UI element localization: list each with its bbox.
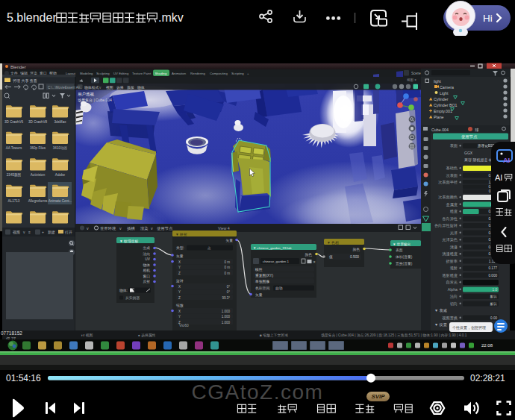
svg-text:Activision: Activision bbox=[31, 173, 46, 177]
svg-text:0 m: 0 m bbox=[224, 266, 230, 269]
svg-text:AI: AI bbox=[503, 157, 510, 164]
svg-text:■ 缩放上下文区域: ■ 缩放上下文区域 bbox=[260, 333, 288, 338]
svg-text:3dsMax: 3dsMax bbox=[54, 120, 66, 124]
svg-text:X: X bbox=[178, 310, 181, 313]
svg-text:Hi: Hi bbox=[483, 13, 493, 24]
svg-text:Shading: Shading bbox=[155, 72, 167, 75]
svg-text:物体: 物体 bbox=[143, 263, 150, 268]
svg-text:3410动画: 3410动画 bbox=[53, 146, 68, 150]
svg-text:Plane: Plane bbox=[434, 115, 444, 119]
svg-text:Cylinder: Cylinder bbox=[434, 97, 449, 101]
svg-text:重复图(XY): 重复图(XY) bbox=[255, 273, 273, 278]
svg-text:Layout: Layout bbox=[66, 72, 76, 75]
svg-text:1.000: 1.000 bbox=[222, 315, 231, 319]
svg-text:清漆糙度: 清漆糙度 bbox=[442, 251, 458, 257]
svg-text:Cylinder BO1: Cylinder BO1 bbox=[434, 103, 458, 107]
svg-text:体积(音量): 体积(音量) bbox=[395, 254, 413, 260]
svg-text:Y: Y bbox=[178, 290, 181, 294]
svg-text:5.blender: 5.blender bbox=[7, 11, 57, 24]
svg-text:0 m: 0 m bbox=[224, 272, 230, 275]
svg-text:添加: 添加 bbox=[127, 85, 134, 90]
svg-text:颜色: 颜色 bbox=[305, 252, 312, 257]
svg-text:1.0: 1.0 bbox=[493, 288, 498, 292]
svg-text:自发光: 自发光 bbox=[446, 280, 458, 285]
svg-text:Y: Y bbox=[178, 266, 181, 269]
svg-text:Empty.001: Empty.001 bbox=[434, 109, 452, 113]
svg-text:AL1713: AL1713 bbox=[8, 199, 20, 203]
svg-text:0.500: 0.500 bbox=[350, 255, 359, 259]
svg-text:场景集合 | Cube.004: 场景集合 | Cube.004 bbox=[78, 98, 112, 103]
svg-text:Cube.004: Cube.004 bbox=[431, 128, 449, 132]
svg-text:默认: 默认 bbox=[490, 295, 498, 298]
svg-text:07718152: 07718152 bbox=[1, 330, 22, 336]
svg-text:金属度: 金属度 bbox=[446, 202, 458, 207]
svg-text:360p Files: 360p Files bbox=[30, 146, 46, 150]
svg-text:light: light bbox=[434, 79, 441, 84]
svg-text:0.00: 0.00 bbox=[490, 316, 497, 320]
svg-text:视图: 视图 bbox=[106, 85, 113, 90]
svg-text:次表面: 次表面 bbox=[446, 173, 458, 178]
svg-text:Rendering: Rendering bbox=[190, 72, 205, 75]
svg-text:表面: 表面 bbox=[396, 248, 403, 252]
svg-text:chinese_garden 1: chinese_garden 1 bbox=[263, 260, 289, 263]
svg-text:View 4: View 4 bbox=[218, 226, 230, 231]
svg-text:1.000: 1.000 bbox=[222, 310, 231, 313]
svg-text:打开: 打开 bbox=[65, 230, 72, 235]
svg-text:颜色: 颜色 bbox=[352, 247, 360, 251]
svg-text:.mkv: .mkv bbox=[158, 11, 184, 24]
svg-text:AllegroItems: AllegroItems bbox=[28, 199, 48, 203]
svg-text:反射: 反射 bbox=[143, 280, 150, 283]
svg-text:各向异性旋转: 各向异性旋转 bbox=[434, 223, 458, 228]
svg-text:视图置换: 视图置换 bbox=[442, 316, 458, 321]
svg-text:3D CrashV6: 3D CrashV6 bbox=[4, 120, 23, 124]
svg-text:Sculpting: Sculpting bbox=[96, 72, 110, 75]
svg-text:置换(音量): 置换(音量) bbox=[396, 261, 413, 266]
svg-text:矢量: 矢量 bbox=[255, 293, 263, 297]
svg-text:默认: 默认 bbox=[490, 302, 498, 306]
svg-text:物体: 物体 bbox=[137, 85, 145, 90]
svg-text:线性: 线性 bbox=[255, 268, 263, 272]
svg-text:从实例器: 从实例器 bbox=[125, 295, 140, 301]
svg-text:Scene: Scene bbox=[411, 72, 421, 75]
svg-text:● 选择属性: ● 选择属性 bbox=[138, 333, 156, 338]
svg-text:Modeling: Modeling bbox=[80, 72, 93, 75]
svg-text:0°: 0° bbox=[227, 290, 231, 294]
svg-text:▼ 设置: ▼ 设置 bbox=[434, 322, 447, 327]
svg-text:窗口: 窗口 bbox=[143, 274, 150, 278]
svg-text:Alpha: Alpha bbox=[448, 287, 458, 292]
svg-text:清漆: 清漆 bbox=[450, 245, 458, 250]
svg-text:×: × bbox=[313, 260, 316, 264]
svg-text:光泽染色: 光泽染色 bbox=[442, 237, 458, 242]
svg-text:基础色: 基础色 bbox=[446, 166, 458, 170]
svg-text:使用节点: 使用节点 bbox=[157, 226, 173, 231]
svg-text:Y: Y bbox=[178, 315, 181, 319]
svg-text:3D CrashV8: 3D CrashV8 bbox=[28, 120, 47, 124]
svg-text:GGX: GGX bbox=[464, 151, 473, 155]
svg-text:使用节点: 使用节点 bbox=[461, 134, 478, 140]
svg-text:Scripting: Scripting bbox=[231, 72, 244, 75]
svg-text:视图: 视图 bbox=[13, 230, 20, 235]
svg-text:AI: AI bbox=[495, 173, 502, 182]
svg-text:切向: 切向 bbox=[450, 301, 458, 307]
svg-text:折射率: 折射率 bbox=[446, 259, 458, 264]
svg-text:Blender: Blender bbox=[10, 65, 26, 69]
svg-text:0 m: 0 m bbox=[224, 260, 230, 264]
svg-text:0.000: 0.000 bbox=[489, 274, 498, 278]
svg-text:表面: 表面 bbox=[450, 143, 458, 148]
svg-text:Texture Paint: Texture Paint bbox=[132, 72, 152, 75]
svg-text:X: X bbox=[178, 260, 181, 264]
svg-text:22:08: 22:08 bbox=[481, 343, 493, 348]
svg-text:99.3°: 99.3° bbox=[222, 296, 230, 300]
svg-text:用户透视: 用户透视 bbox=[78, 92, 95, 97]
svg-text:Animation: Animation bbox=[172, 72, 187, 75]
svg-text:各向异性: 各向异性 bbox=[442, 216, 458, 222]
svg-text:透射糙度: 透射糙度 bbox=[442, 273, 458, 278]
svg-text:糙度: 糙度 bbox=[450, 209, 458, 214]
svg-text:类型:: 类型: bbox=[176, 245, 184, 250]
svg-text:物体模式: 物体模式 bbox=[84, 85, 99, 90]
svg-text:◑v 视图: ◑v 视图 bbox=[81, 333, 93, 338]
svg-text:光泽: 光泽 bbox=[450, 231, 458, 236]
svg-text:视图 ×: 视图 × bbox=[407, 78, 416, 82]
svg-text:0°: 0° bbox=[227, 285, 231, 289]
svg-text:生成: 生成 bbox=[143, 246, 150, 250]
